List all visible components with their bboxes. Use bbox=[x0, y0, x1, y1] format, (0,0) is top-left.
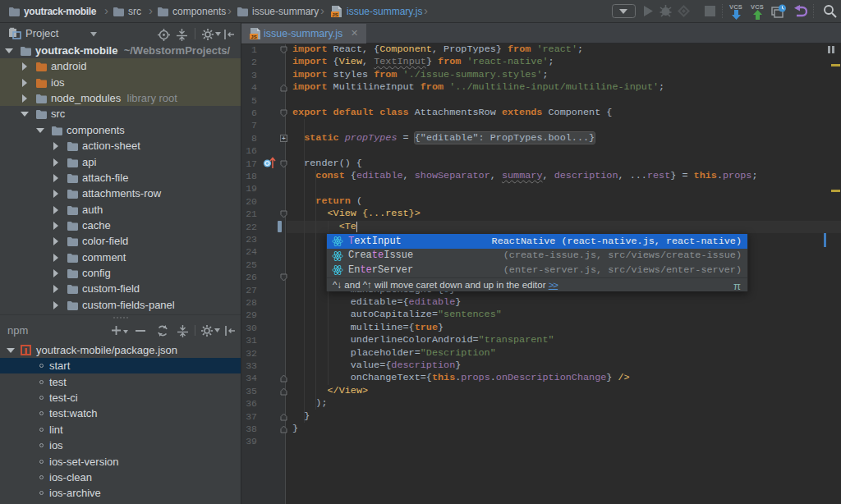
svg-text:JS: JS bbox=[332, 12, 338, 17]
